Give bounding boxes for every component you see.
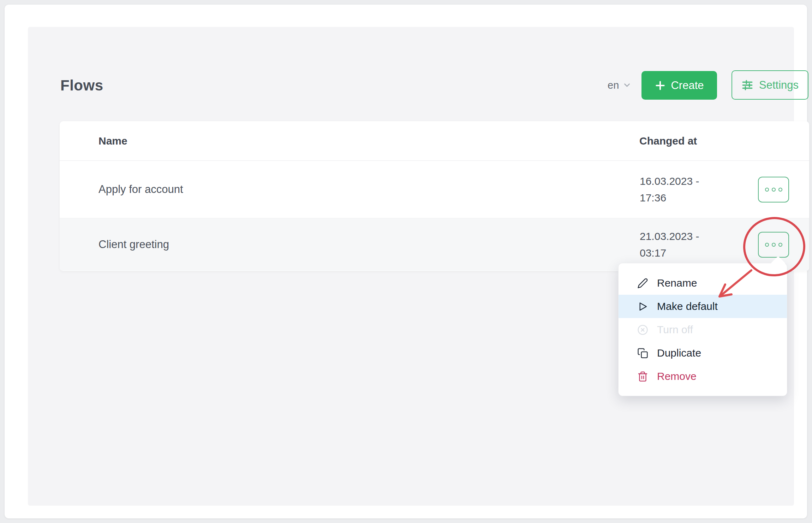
create-button-label: Create (671, 79, 704, 92)
row-actions-button[interactable] (758, 232, 789, 258)
row-context-menu: Rename Make default Turn off Duplicate R (618, 263, 787, 396)
play-icon (637, 301, 648, 312)
menu-item-label: Duplicate (657, 347, 701, 359)
screen: Flows en Create Settings Name Changed at (0, 0, 812, 523)
column-header-name: Name (98, 135, 127, 147)
trash-icon (637, 371, 648, 382)
menu-item-label: Make default (657, 300, 718, 312)
settings-button-label: Settings (759, 79, 799, 92)
language-selector-value: en (608, 80, 619, 91)
plus-icon (655, 80, 666, 91)
menu-item-duplicate[interactable]: Duplicate (619, 341, 787, 365)
menu-item-rename[interactable]: Rename (619, 271, 787, 295)
ellipsis-icon (765, 243, 769, 247)
create-button[interactable]: Create (641, 71, 717, 100)
changed-at-cell: 16.03.2023 - 17:36 (640, 173, 715, 206)
flows-table: Name Changed at Apply for account 16.03.… (60, 121, 809, 271)
language-selector[interactable]: en (608, 76, 632, 95)
ellipsis-icon (765, 188, 769, 192)
menu-item-label: Remove (657, 370, 697, 382)
ellipsis-icon (778, 188, 782, 192)
menu-item-turn-off: Turn off (619, 318, 787, 341)
sliders-icon (741, 79, 753, 91)
menu-item-make-default[interactable]: Make default (619, 295, 787, 318)
ellipsis-icon (772, 188, 776, 192)
table-row[interactable]: Apply for account 16.03.2023 - 17:36 (60, 161, 809, 218)
chevron-down-icon (622, 81, 632, 90)
flow-name-cell: Client greeting (98, 238, 169, 251)
menu-item-remove[interactable]: Remove (619, 365, 787, 388)
copy-icon (637, 348, 648, 359)
pencil-icon (637, 278, 648, 289)
row-actions-button[interactable] (758, 177, 789, 202)
x-circle-icon (637, 324, 648, 335)
flow-name-cell: Apply for account (98, 183, 183, 196)
ellipsis-icon (772, 243, 776, 247)
page-title: Flows (60, 77, 103, 94)
window-card: Flows en Create Settings Name Changed at (5, 5, 807, 518)
flows-panel: Flows en Create Settings Name Changed at (28, 27, 794, 506)
ellipsis-icon (778, 243, 782, 247)
menu-item-label: Rename (657, 277, 697, 289)
table-header-row: Name Changed at (60, 121, 809, 161)
menu-item-label: Turn off (657, 324, 693, 336)
settings-button[interactable]: Settings (732, 70, 808, 100)
changed-at-cell: 21.03.2023 - 03:17 (640, 228, 715, 261)
column-header-changed-at: Changed at (639, 135, 697, 147)
